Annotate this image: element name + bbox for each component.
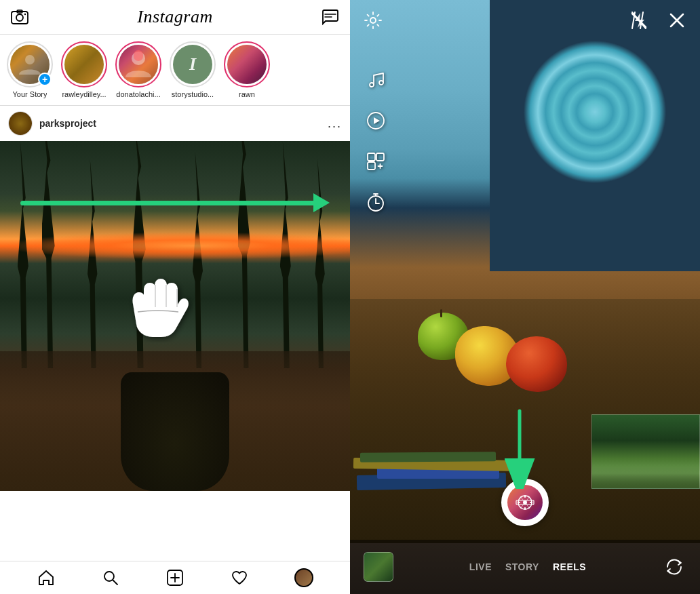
layout-add-icon[interactable]: [364, 149, 388, 174]
mode-story[interactable]: STORY: [505, 561, 539, 572]
down-arrow-indicator: [499, 408, 540, 489]
svg-point-19: [370, 83, 374, 87]
add-story-button[interactable]: +: [38, 73, 52, 86]
svg-rect-23: [376, 153, 384, 161]
story-item-4[interactable]: rawn: [224, 41, 270, 98]
camera-mode-tabs: LIVE STORY REELS: [393, 561, 662, 572]
svg-rect-6: [134, 50, 143, 61]
nav-add-icon[interactable]: [166, 568, 184, 587]
story-item-3[interactable]: I storystudio...: [170, 41, 216, 98]
your-story-label: Your Story: [13, 90, 47, 98]
bottom-nav: [0, 561, 350, 594]
svg-point-4: [25, 55, 35, 64]
stories-row: + Your Story rawleydilley...: [0, 35, 350, 106]
right-top-bar: [350, 0, 700, 41]
mode-reels[interactable]: REELS: [553, 561, 586, 572]
settings-icon[interactable]: [361, 8, 385, 33]
gallery-thumb[interactable]: [364, 552, 393, 582]
close-icon[interactable]: [665, 8, 689, 33]
swipe-gesture-icon: [113, 263, 201, 351]
right-side-tools: [364, 68, 388, 214]
play-icon[interactable]: [364, 108, 388, 133]
nav-profile-icon[interactable]: [294, 568, 313, 587]
mode-live[interactable]: LIVE: [469, 561, 492, 572]
right-panel: LIVE STORY REELS: [350, 0, 700, 594]
post-header: parksproject ...: [0, 106, 350, 141]
nav-search-icon[interactable]: [101, 568, 120, 587]
flash-off-icon[interactable]: [627, 8, 651, 33]
svg-line-11: [113, 580, 117, 585]
timer-icon[interactable]: [364, 190, 388, 214]
svg-point-1: [16, 14, 23, 21]
story-item-1[interactable]: rawleydilley...: [61, 41, 107, 98]
svg-rect-24: [368, 162, 375, 170]
music-icon[interactable]: [364, 68, 388, 92]
flip-camera-icon[interactable]: [662, 555, 686, 579]
reels-icon: [507, 485, 543, 520]
story-label-1: rawleydilley...: [62, 90, 106, 98]
left-panel: Instagram: [0, 0, 350, 594]
story-label-2: donatolachi...: [116, 90, 160, 98]
story-label-4: rawn: [239, 90, 255, 98]
svg-rect-22: [368, 153, 375, 161]
story-item-your[interactable]: + Your Story: [7, 41, 53, 98]
svg-point-3: [24, 14, 26, 15]
post-more-button[interactable]: ...: [328, 117, 342, 131]
nav-heart-icon[interactable]: [230, 568, 249, 587]
swipe-arrow: [0, 193, 350, 212]
nav-home-icon[interactable]: [37, 568, 56, 587]
dm-icon[interactable]: [322, 8, 339, 26]
post-username[interactable]: parksproject: [39, 118, 321, 129]
camera-bottom-bar: LIVE STORY REELS: [350, 540, 700, 594]
post-image[interactable]: [0, 141, 350, 491]
story-label-3: storystudio...: [172, 90, 214, 98]
svg-point-15: [370, 18, 376, 23]
header: Instagram: [0, 0, 350, 35]
camera-icon[interactable]: [11, 8, 28, 26]
painting-bg: [490, 0, 700, 271]
post-avatar[interactable]: [8, 111, 33, 136]
story-item-2[interactable]: donatolachi...: [115, 41, 161, 98]
app-title: Instagram: [137, 7, 212, 27]
